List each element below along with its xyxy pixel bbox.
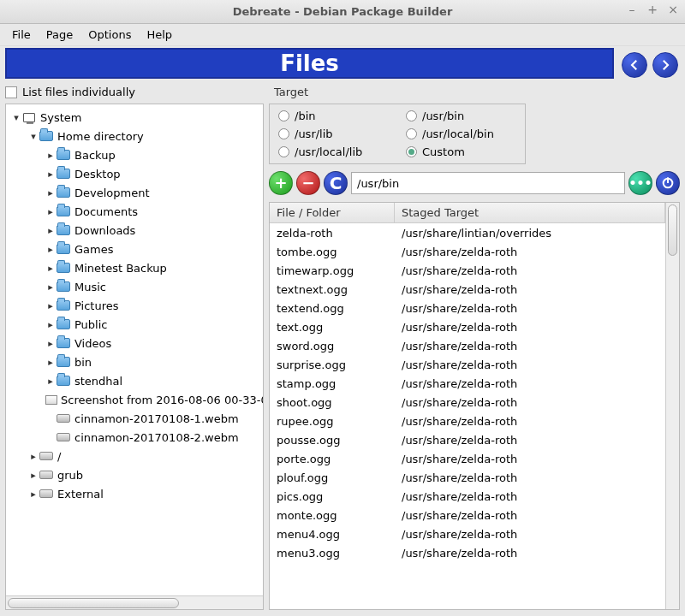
expand-icon[interactable]: ▾ (28, 131, 39, 142)
menu-page[interactable]: Page (39, 26, 80, 44)
expand-icon[interactable]: ▸ (45, 206, 56, 217)
table-row[interactable]: surprise.ogg/usr/share/zelda-roth (270, 355, 665, 374)
target-path-input[interactable] (351, 172, 625, 194)
expand-icon[interactable]: ▸ (28, 489, 39, 500)
table-row[interactable]: timewarp.ogg/usr/share/zelda-roth (270, 261, 665, 280)
cell-file: zelda-roth (270, 227, 395, 240)
tree-item[interactable]: ▸Desktop (8, 164, 261, 183)
tree-item-label: stendhal (74, 375, 122, 388)
target-option-label: /bin (295, 110, 315, 122)
tree-item[interactable]: ▸Games (8, 240, 261, 258)
table-row[interactable]: textnext.ogg/usr/share/zelda-roth (270, 280, 665, 299)
expand-icon[interactable]: ▸ (45, 319, 56, 330)
cell-target: /usr/share/zelda-roth (395, 358, 665, 371)
tree-item[interactable]: ▸External (8, 484, 261, 503)
cell-file: timewarp.ogg (270, 264, 395, 277)
tree-item[interactable]: ▸Development (8, 183, 261, 202)
target-option[interactable]: Custom (406, 145, 516, 158)
expand-icon[interactable]: ▸ (28, 470, 39, 481)
target-option[interactable]: /usr/local/bin (406, 127, 516, 140)
tree-item[interactable]: ▸Public (8, 315, 261, 334)
close-button[interactable]: × (666, 3, 680, 17)
table-row[interactable]: tombe.ogg/usr/share/zelda-roth (270, 242, 665, 261)
col-target[interactable]: Staged Target (395, 203, 665, 222)
cell-file: menu3.ogg (270, 547, 395, 560)
target-option[interactable]: /usr/bin (406, 110, 516, 122)
tree-item-label: Desktop (74, 168, 121, 181)
tree-item[interactable]: ▸Music (8, 277, 261, 296)
tree-item[interactable]: ▸Documents (8, 202, 261, 221)
remove-button[interactable]: − (296, 171, 320, 195)
tree-item[interactable]: cinnamon-20170108-1.webm (8, 409, 261, 428)
expand-icon[interactable]: ▸ (45, 187, 56, 198)
expand-icon[interactable]: ▸ (45, 357, 56, 368)
page-title: Files (280, 50, 339, 76)
expand-icon[interactable]: ▸ (45, 225, 56, 236)
tree-item[interactable]: Screenshot from 2016-08-06 00-33-07 (8, 390, 261, 409)
table-row[interactable]: pousse.ogg/usr/share/zelda-roth (270, 430, 665, 449)
expand-icon[interactable]: ▸ (45, 281, 56, 293)
expand-icon[interactable]: ▸ (45, 263, 56, 274)
tree-item[interactable]: ▸bin (8, 352, 261, 371)
maximize-button[interactable]: + (646, 3, 659, 17)
expand-icon[interactable]: ▸ (45, 300, 56, 311)
tree-item[interactable]: cinnamon-20170108-2.webm (8, 428, 261, 447)
table-row[interactable]: zelda-roth/usr/share/lintian/overrides (270, 223, 665, 242)
target-option[interactable]: /usr/lib (278, 127, 389, 140)
arrow-left-icon (627, 57, 642, 73)
clear-button[interactable] (656, 171, 680, 195)
browse-button[interactable]: ••• (628, 171, 652, 195)
list-individually-checkbox[interactable] (5, 86, 17, 98)
tree-item[interactable]: ▸grub (8, 465, 261, 484)
cell-file: textend.ogg (270, 302, 395, 315)
tree-item[interactable]: ▸/ (8, 447, 261, 465)
folder-icon (56, 167, 71, 181)
expand-icon[interactable]: ▸ (45, 338, 56, 349)
expand-icon[interactable]: ▸ (45, 376, 56, 387)
tree-item[interactable]: ▸stendhal (8, 371, 261, 390)
tree-item[interactable]: ▸Pictures (8, 296, 261, 315)
refresh-button[interactable]: C (324, 171, 348, 195)
prev-page-button[interactable] (622, 52, 647, 78)
drive-icon (56, 430, 71, 444)
power-icon (661, 176, 675, 190)
table-row[interactable]: menu3.ogg/usr/share/zelda-roth (270, 543, 665, 562)
table-row[interactable]: menu4.ogg/usr/share/zelda-roth (270, 524, 665, 543)
add-button[interactable]: + (269, 171, 293, 195)
tree-item[interactable]: ▸Downloads (8, 221, 261, 240)
table-row[interactable]: porte.ogg/usr/share/zelda-roth (270, 449, 665, 468)
staged-files-table[interactable]: File / Folder Staged Target zelda-roth/u… (270, 203, 665, 609)
tree-item[interactable]: ▸Videos (8, 334, 261, 352)
table-row[interactable]: textend.ogg/usr/share/zelda-roth (270, 299, 665, 317)
tree-item[interactable]: ▸Backup (8, 145, 261, 164)
tree-item[interactable]: ▾Home directory (8, 127, 261, 145)
col-file[interactable]: File / Folder (270, 203, 395, 222)
menu-options[interactable]: Options (81, 26, 138, 44)
menu-help[interactable]: Help (140, 26, 179, 44)
next-page-button[interactable] (652, 52, 678, 78)
expand-icon[interactable]: ▸ (28, 451, 39, 462)
target-option[interactable]: /usr/local/lib (278, 145, 389, 158)
menu-file[interactable]: File (5, 26, 38, 44)
tree-item-label: Development (74, 187, 150, 199)
radio-icon (278, 146, 289, 157)
table-row[interactable]: plouf.ogg/usr/share/zelda-roth (270, 468, 665, 487)
tree-item[interactable]: ▾System (8, 108, 261, 127)
table-row[interactable]: monte.ogg/usr/share/zelda-roth (270, 506, 665, 524)
tree-hscrollbar[interactable] (6, 595, 263, 609)
minimize-button[interactable]: – (625, 3, 639, 17)
file-tree[interactable]: ▾System▾Home directory▸Backup▸Desktop▸De… (5, 104, 264, 610)
table-row[interactable]: pics.ogg/usr/share/zelda-roth (270, 487, 665, 506)
tree-item[interactable]: ▸Minetest Backup (8, 258, 261, 277)
expand-icon[interactable]: ▸ (45, 169, 56, 180)
table-row[interactable]: text.ogg/usr/share/zelda-roth (270, 317, 665, 336)
target-option[interactable]: /bin (278, 110, 389, 122)
table-vscrollbar[interactable] (665, 203, 679, 609)
expand-icon[interactable]: ▸ (45, 244, 56, 255)
table-row[interactable]: shoot.ogg/usr/share/zelda-roth (270, 393, 665, 412)
table-row[interactable]: rupee.ogg/usr/share/zelda-roth (270, 412, 665, 430)
table-row[interactable]: sword.ogg/usr/share/zelda-roth (270, 336, 665, 355)
expand-icon[interactable]: ▸ (45, 150, 56, 161)
table-row[interactable]: stamp.ogg/usr/share/zelda-roth (270, 374, 665, 393)
expand-icon[interactable]: ▾ (11, 112, 21, 123)
